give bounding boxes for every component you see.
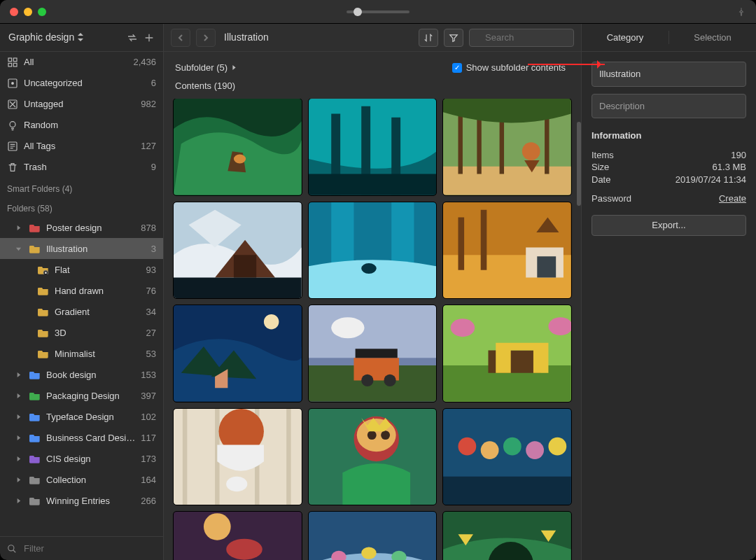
folder-icon	[29, 454, 41, 463]
inspector-tabs: Category Selection	[582, 24, 756, 52]
disclosure-toggle[interactable]	[15, 393, 24, 399]
create-password-link[interactable]: Create	[719, 192, 746, 205]
thumbnail[interactable]	[443, 99, 571, 195]
disclosure-toggle[interactable]	[15, 246, 24, 252]
svg-rect-10	[45, 272, 47, 274]
folder-gradient[interactable]: Gradient 34	[0, 301, 163, 322]
disclosure-toggle[interactable]	[15, 372, 24, 378]
search-icon	[7, 544, 17, 554]
info-row: Items190	[592, 149, 746, 162]
title-bar	[0, 0, 756, 24]
sidebar-item-random[interactable]: Random	[0, 115, 163, 136]
tab-category[interactable]: Category	[582, 24, 668, 51]
minimize-window-button[interactable]	[24, 8, 32, 16]
untag-icon	[7, 99, 18, 110]
thumbnail[interactable]	[174, 99, 302, 195]
disclosure-toggle[interactable]	[15, 477, 24, 483]
subfolder-breadcrumb[interactable]: Subfolder (5)	[175, 62, 237, 74]
thumbnail[interactable]	[443, 305, 571, 402]
window-controls	[0, 8, 46, 16]
checkbox-checked-icon: ✓	[452, 63, 462, 73]
trash-icon	[7, 162, 18, 173]
folder-collection[interactable]: Collection 164	[0, 469, 163, 490]
folder-icon	[29, 370, 41, 379]
nav-back-button[interactable]	[171, 29, 190, 47]
svg-point-11	[8, 545, 14, 550]
folder-title-field[interactable]: Illustration	[592, 62, 746, 87]
pin-icon[interactable]	[736, 7, 746, 17]
filter-button[interactable]	[444, 29, 463, 47]
folder-flat[interactable]: Flat 93	[0, 259, 163, 280]
inbox-icon	[7, 78, 18, 89]
close-window-button[interactable]	[10, 8, 18, 16]
svg-rect-3	[13, 63, 17, 66]
thumbnail[interactable]	[309, 512, 437, 560]
thumbnail[interactable]	[443, 512, 571, 560]
folder-winning-entries[interactable]: Winning Entries 266	[0, 490, 163, 511]
folder-description-field[interactable]: Description	[592, 94, 746, 119]
sidebar-filter-input[interactable]	[22, 542, 156, 554]
folder-poster-design[interactable]: Poster design 878	[0, 217, 163, 238]
contents-label: Contents (190)	[164, 77, 577, 99]
folder-minimalist[interactable]: Minimalist 53	[0, 343, 163, 364]
export-button[interactable]: Export...	[592, 215, 746, 236]
folder-business-card-design[interactable]: Business Card Design 117	[0, 427, 163, 448]
info-row-password: Password Create	[592, 192, 746, 205]
folder-book-design[interactable]: Book design 153	[0, 364, 163, 385]
library-name: Graphic design	[8, 31, 74, 44]
main-panel: Illustration Subfolder (5)	[164, 24, 581, 560]
info-row: Date2019/07/24 11:34	[592, 174, 746, 186]
svg-rect-0	[8, 58, 12, 62]
thumbnail[interactable]	[309, 305, 437, 402]
thumbnail[interactable]	[174, 409, 302, 505]
squares-icon	[7, 57, 18, 68]
sidebar-item-uncategorized[interactable]: Uncategorized 6	[0, 73, 163, 94]
folder-3d[interactable]: 3D 27	[0, 322, 163, 343]
folder-icon	[29, 496, 41, 505]
sidebar-item-untagged[interactable]: Untagged 982	[0, 94, 163, 115]
search-field[interactable]	[469, 29, 574, 47]
thumbnail[interactable]	[309, 409, 437, 505]
folders-header[interactable]: Folders (58)	[0, 197, 163, 217]
zoom-window-button[interactable]	[38, 8, 46, 16]
thumbnail[interactable]	[174, 512, 302, 560]
disclosure-toggle[interactable]	[15, 225, 24, 231]
folder-hand-drawn[interactable]: Hand drawn 76	[0, 280, 163, 301]
nav-forward-button[interactable]	[196, 29, 216, 47]
transfer-icon[interactable]	[127, 32, 138, 43]
tab-selection[interactable]: Selection	[669, 24, 756, 51]
folder-illustration[interactable]: Illustration 3	[0, 238, 163, 259]
disclosure-toggle[interactable]	[15, 456, 24, 462]
disclosure-toggle[interactable]	[15, 435, 24, 441]
sort-button[interactable]	[419, 29, 438, 47]
sidebar-item-all[interactable]: All 2,436	[0, 52, 163, 73]
folder-icon	[29, 391, 41, 400]
app-window: Graphic design All 2,436 Uncategorized 6…	[0, 0, 756, 560]
disclosure-toggle[interactable]	[15, 498, 24, 504]
show-subfolder-toggle[interactable]: ✓ Show subfolder contents	[452, 62, 566, 74]
chevron-right-icon	[232, 64, 237, 71]
svg-point-7	[10, 122, 15, 127]
thumbnail[interactable]	[443, 409, 571, 505]
folder-typeface-design[interactable]: Typeface Design 102	[0, 406, 163, 427]
main-scrollbar[interactable]	[577, 52, 581, 560]
inspector-panel: Category Selection Illustration Descript…	[581, 24, 756, 560]
thumbnail[interactable]	[174, 202, 302, 299]
folder-packaging-design[interactable]: Packaging Design 397	[0, 385, 163, 406]
thumbnail[interactable]	[309, 202, 437, 299]
disclosure-toggle[interactable]	[15, 414, 24, 420]
sidebar-item-all-tags[interactable]: All Tags 127	[0, 136, 163, 157]
updown-icon	[77, 33, 84, 41]
thumbnail-size-slider[interactable]	[346, 10, 410, 13]
inspector-body: Illustration Description Information Ite…	[582, 52, 756, 246]
thumbnail[interactable]	[174, 305, 302, 402]
thumbnail-grid-scroll[interactable]	[164, 99, 577, 560]
smart-folders-header[interactable]: Smart Folders (4)	[0, 178, 163, 197]
bulb-icon	[7, 120, 18, 131]
thumbnail[interactable]	[443, 202, 571, 299]
thumbnail[interactable]	[309, 99, 437, 195]
folder-cis-design[interactable]: CIS design 173	[0, 448, 163, 469]
library-switcher[interactable]: Graphic design	[8, 31, 121, 44]
add-icon[interactable]	[144, 32, 155, 43]
sidebar-item-trash[interactable]: Trash 9	[0, 157, 163, 178]
